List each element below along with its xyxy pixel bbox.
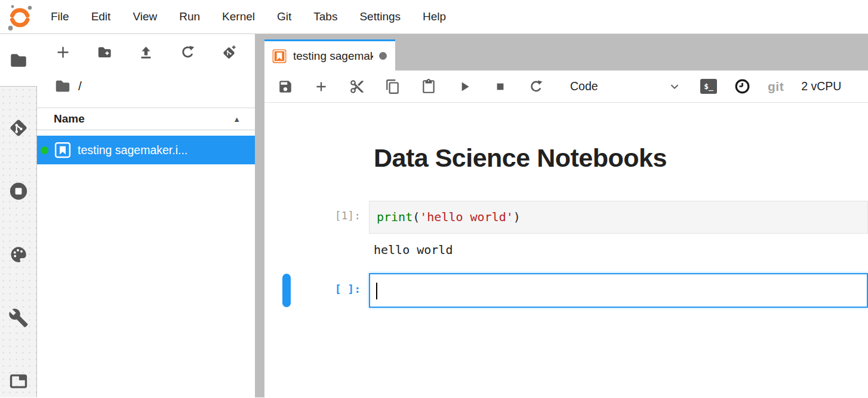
notebook-content: Data Science Notebooks [1]: print('hello… bbox=[264, 103, 868, 397]
file-browser-toolbar bbox=[37, 34, 255, 70]
restart-kernel-icon[interactable] bbox=[528, 79, 544, 94]
file-browser-panel: / Name ▲ testing sagemaker.i... bbox=[37, 34, 255, 397]
notebook-toolbar: Code $_ git 2 vCPU bbox=[264, 71, 868, 103]
code-token-paren: ) bbox=[513, 210, 521, 224]
terminal-icon[interactable]: $_ bbox=[700, 79, 717, 94]
git-status-label: git bbox=[768, 79, 784, 94]
text-cursor bbox=[376, 283, 377, 299]
git-icon[interactable] bbox=[8, 118, 29, 138]
menu-item-settings[interactable]: Settings bbox=[359, 10, 401, 23]
execution-count-prompt: [1]: bbox=[291, 201, 361, 222]
empty-prompt: [ ]: bbox=[291, 273, 361, 295]
tab-bar: testing sagemaker.ipynb bbox=[264, 34, 868, 71]
menu-item-run[interactable]: Run bbox=[179, 10, 200, 23]
activity-bar bbox=[0, 34, 37, 397]
cell-output: hello world bbox=[369, 243, 868, 257]
copy-icon[interactable] bbox=[385, 79, 401, 94]
cut-icon[interactable] bbox=[349, 79, 365, 94]
refresh-icon[interactable] bbox=[180, 44, 196, 60]
file-row-selected[interactable]: testing sagemaker.i... bbox=[37, 136, 255, 164]
insert-cell-icon[interactable] bbox=[313, 79, 329, 94]
code-token-string: 'hello world' bbox=[420, 210, 513, 224]
palette-icon[interactable] bbox=[8, 244, 29, 265]
breadcrumb-root[interactable]: / bbox=[78, 79, 82, 93]
menu-item-file[interactable]: File bbox=[51, 10, 69, 23]
clock-icon[interactable] bbox=[734, 78, 750, 94]
file-list: testing sagemaker.i... bbox=[37, 130, 255, 164]
code-token-paren: ( bbox=[413, 210, 420, 224]
paste-icon[interactable] bbox=[421, 79, 436, 94]
name-column-label: Name bbox=[54, 112, 85, 125]
open-tabs-icon[interactable] bbox=[8, 371, 29, 391]
main-dock-panel: testing sagemaker.ipynb bbox=[264, 34, 868, 397]
git-clone-icon[interactable] bbox=[221, 44, 237, 60]
save-icon[interactable] bbox=[278, 79, 293, 94]
code-editor[interactable]: print('hello world') bbox=[369, 201, 868, 234]
menu-item-kernel[interactable]: Kernel bbox=[222, 10, 255, 23]
new-launcher-icon[interactable] bbox=[55, 44, 71, 60]
file-name: testing sagemaker.i... bbox=[78, 143, 187, 157]
markdown-heading: Data Science Notebooks bbox=[369, 143, 868, 173]
notebook-file-icon bbox=[54, 141, 72, 159]
chevron-down-icon bbox=[668, 80, 681, 93]
cell-type-dropdown[interactable]: Code bbox=[570, 79, 681, 93]
run-icon[interactable] bbox=[457, 79, 472, 94]
cell-type-value: Code bbox=[570, 79, 598, 93]
instance-label[interactable]: 2 vCPU bbox=[801, 79, 841, 93]
code-token-builtin: print bbox=[377, 210, 413, 224]
upload-icon[interactable] bbox=[138, 44, 154, 60]
menu-items: File Edit View Run Kernel Git Tabs Setti… bbox=[51, 10, 446, 23]
empty-code-editor[interactable] bbox=[369, 273, 868, 308]
wrench-icon[interactable] bbox=[8, 308, 29, 328]
toolbar-right-group: $_ git 2 vCPU bbox=[700, 78, 841, 94]
breadcrumb: / bbox=[37, 70, 255, 102]
menu-item-edit[interactable]: Edit bbox=[91, 10, 111, 23]
menu-bar: File Edit View Run Kernel Git Tabs Setti… bbox=[0, 0, 868, 34]
folder-icon bbox=[8, 50, 29, 71]
kernel-running-dot-icon bbox=[41, 146, 48, 154]
menu-item-view[interactable]: View bbox=[133, 10, 157, 23]
markdown-cell[interactable]: Data Science Notebooks bbox=[264, 116, 868, 201]
menu-item-git[interactable]: Git bbox=[277, 10, 291, 23]
panel-splitter[interactable] bbox=[255, 34, 264, 397]
menu-item-tabs[interactable]: Tabs bbox=[313, 10, 337, 23]
tab-notebook[interactable]: testing sagemaker.ipynb bbox=[264, 39, 395, 71]
file-list-header[interactable]: Name ▲ bbox=[37, 108, 255, 130]
activity-bar-rest bbox=[0, 86, 37, 397]
home-folder-icon[interactable] bbox=[54, 77, 72, 95]
code-cell[interactable]: [1]: print('hello world') hello world bbox=[264, 201, 868, 257]
sidebar-item-file-browser[interactable] bbox=[0, 34, 37, 86]
unsaved-changes-dot-icon[interactable] bbox=[379, 52, 387, 60]
menu-item-help[interactable]: Help bbox=[423, 10, 446, 23]
notebook-toolbar-icons bbox=[278, 79, 544, 94]
stop-icon[interactable] bbox=[493, 79, 508, 94]
active-empty-cell[interactable]: [ ]: bbox=[264, 273, 868, 308]
notebook-tab-icon bbox=[272, 48, 287, 64]
sort-ascending-icon: ▲ bbox=[233, 115, 241, 124]
running-sessions-icon[interactable] bbox=[8, 181, 29, 201]
sagemaker-studio-logo-icon bbox=[5, 2, 34, 31]
active-cell-collapser-icon[interactable] bbox=[282, 274, 291, 307]
tab-title: testing sagemaker.ipynb bbox=[293, 50, 373, 63]
new-folder-icon[interactable] bbox=[97, 44, 113, 60]
